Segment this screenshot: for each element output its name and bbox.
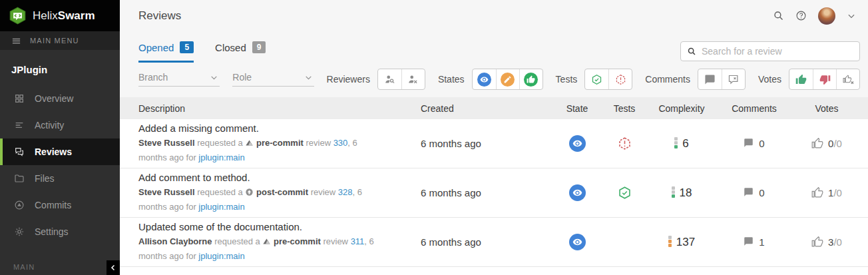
vote-up-filter-button[interactable] — [789, 69, 813, 89]
button-group — [377, 69, 425, 90]
select-label: Role — [232, 72, 252, 83]
search-input[interactable] — [702, 46, 853, 57]
sidebar-collapse-button[interactable] — [107, 260, 120, 275]
folder-icon — [14, 173, 25, 184]
tab-opened[interactable]: Opened5 — [138, 41, 194, 63]
app-logo[interactable]: HelixSwarm — [0, 0, 120, 31]
complexity-bar-icon — [668, 236, 672, 249]
table-row — [120, 267, 868, 275]
complexity-bar-icon — [672, 186, 675, 200]
search-icon[interactable] — [773, 10, 784, 21]
role-select[interactable]: Role — [232, 72, 314, 87]
tab-label: Closed — [215, 42, 246, 53]
vote-thumb-icon — [811, 236, 823, 248]
comment-filled-icon — [704, 74, 716, 85]
review-id-link[interactable]: 311 — [351, 236, 365, 246]
state-needs-review-icon — [569, 135, 586, 152]
filter-group-votes: Votes — [758, 69, 860, 90]
state-cell — [554, 135, 600, 152]
tab-closed[interactable]: Closed9 — [215, 41, 266, 63]
review-id-link[interactable]: 328 — [338, 187, 353, 197]
filter-group-reviewers: Reviewers — [327, 69, 425, 90]
tests-fail-filter-button[interactable] — [608, 69, 632, 89]
table-row[interactable]: Added a missing comment.Steve Russell re… — [120, 119, 868, 168]
state-approved-filter-button[interactable] — [519, 69, 542, 89]
button-group — [472, 69, 543, 90]
review-title[interactable]: Add comment to method. — [138, 172, 414, 183]
branch-select[interactable]: Branch — [138, 72, 220, 87]
branch-link[interactable]: jplugin:main — [198, 202, 244, 212]
created-cell: 6 months ago — [421, 236, 554, 248]
state-needs-review-filter-button[interactable] — [473, 69, 496, 89]
filter-group-states: States — [438, 69, 543, 90]
column-header-state: State — [554, 103, 600, 114]
description-cell: Add comment to method.Steve Russell requ… — [138, 172, 421, 214]
user-x-filter-button[interactable] — [401, 69, 425, 89]
comment-bubble-icon — [744, 187, 754, 198]
tab-label: Opened — [138, 42, 174, 53]
review-title[interactable]: Updated some of the documentation. — [138, 221, 414, 232]
help-icon[interactable] — [795, 10, 807, 21]
brand-helix: Helix — [33, 9, 58, 22]
main-menu-toggle[interactable]: MAIN MENU — [0, 31, 120, 50]
reviews-table: DescriptionCreatedStateTestsComplexityCo… — [120, 97, 868, 275]
sidebar-item-label: Files — [35, 173, 55, 184]
vote-cleared-filter-button[interactable] — [836, 69, 859, 89]
user-search-filter-button[interactable] — [378, 69, 401, 89]
chevron-down-icon — [210, 73, 218, 82]
avatar[interactable] — [818, 7, 835, 25]
comment-dismissed-filter-button[interactable] — [722, 69, 745, 89]
sidebar-item-label: Overview — [35, 93, 73, 104]
description-cell: Updated some of the documentation.Alliso… — [138, 221, 421, 263]
sidebar-item-overview[interactable]: Overview — [0, 85, 120, 112]
vote-down-filter-button[interactable] — [813, 69, 836, 89]
sidebar-item-commits[interactable]: Commits — [0, 192, 120, 218]
main-content: Reviews Opened5Closed9 BranchRoleReviewe… — [120, 0, 868, 275]
chevron-down-icon[interactable] — [847, 11, 856, 21]
votes-rest: /0 — [833, 138, 842, 149]
votes-up: 3 — [828, 236, 833, 248]
select-label: Branch — [138, 72, 168, 83]
tests-cell — [600, 137, 648, 150]
sidebar-item-activity[interactable]: Activity — [0, 112, 120, 138]
filter-bar: BranchRoleReviewersStatesTestsCommentsVo… — [120, 63, 868, 97]
review-author: Steve Russell — [138, 138, 195, 148]
sidebar-item-label: Activity — [35, 120, 64, 131]
search-icon — [687, 47, 696, 56]
table-row[interactable]: Add comment to method.Steve Russell requ… — [120, 168, 868, 218]
comment-filled-filter-button[interactable] — [698, 69, 722, 89]
column-header-comments: Comments — [715, 103, 793, 114]
column-header-tests: Tests — [600, 103, 648, 114]
review-id-link[interactable]: 330 — [333, 138, 348, 148]
filter-label: Comments — [645, 74, 690, 85]
button-group — [698, 69, 746, 90]
helix-swarm-logo-icon — [9, 7, 27, 25]
complexity-cell: 18 — [648, 186, 715, 200]
state-needs-revision-filter-button[interactable] — [496, 69, 519, 89]
comment-bubble-icon — [744, 138, 754, 149]
review-search[interactable] — [680, 41, 860, 61]
commit-icon — [245, 187, 254, 200]
complexity-value: 137 — [676, 236, 695, 249]
table-row[interactable]: Updated some of the documentation.Alliso… — [120, 218, 868, 267]
sidebar-item-settings[interactable]: Settings — [0, 218, 120, 245]
column-header-complexity: Complexity — [648, 103, 715, 114]
sidebar-item-files[interactable]: Files — [0, 165, 120, 192]
sidebar-item-reviews[interactable]: Reviews — [0, 138, 120, 165]
branch-link[interactable]: jplugin:main — [198, 152, 244, 162]
filter-label: Votes — [758, 74, 781, 85]
review-title[interactable]: Added a missing comment. — [138, 123, 414, 134]
tests-cell — [600, 186, 648, 200]
sidebar-nav: OverviewActivityReviewsFilesCommitsSetti… — [0, 85, 120, 245]
commit-type: post-commit — [254, 187, 308, 197]
branch-link[interactable]: jplugin:main — [198, 251, 244, 261]
state-cell — [554, 184, 600, 201]
comments-cell: 0 — [715, 187, 793, 198]
tests-pass-filter-button[interactable] — [585, 69, 608, 89]
column-header-created: Created — [421, 103, 554, 114]
description-cell: Added a missing comment.Steve Russell re… — [138, 123, 421, 164]
brand-swarm: Swarm — [58, 9, 95, 22]
filter-group-comments: Comments — [645, 69, 746, 90]
table-header: DescriptionCreatedStateTestsComplexityCo… — [120, 97, 868, 119]
top-header: Reviews — [120, 0, 868, 31]
